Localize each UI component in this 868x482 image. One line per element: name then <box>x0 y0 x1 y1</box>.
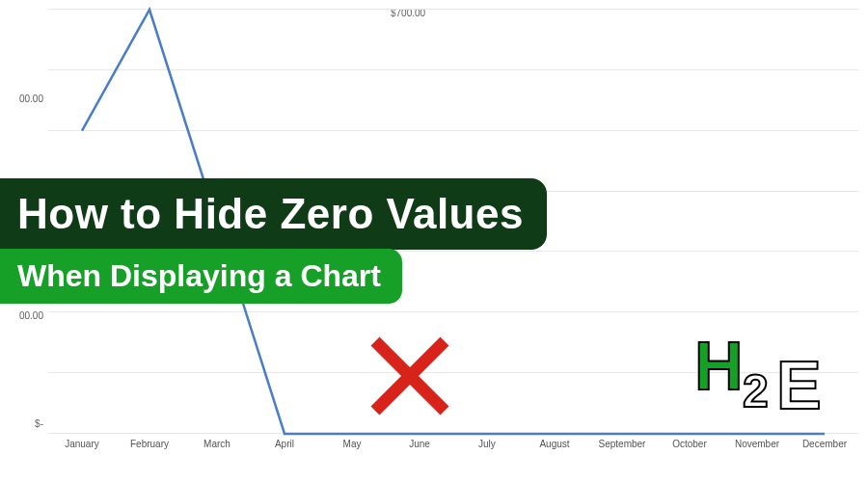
x-tick-feb: February <box>130 439 169 449</box>
x-axis: January February March April May June Ju… <box>48 434 858 463</box>
x-tick-may: May <box>343 439 362 449</box>
y-tick-0: $- <box>35 418 43 429</box>
x-tick-aug: August <box>539 439 569 449</box>
x-tick-sep: September <box>599 439 646 449</box>
x-tick-oct: October <box>672 439 707 449</box>
y-tick-1: 00.00 <box>19 309 43 320</box>
title-banner-primary: How to Hide Zero Values <box>0 178 547 250</box>
x-tick-dec: December <box>802 439 847 449</box>
x-tick-apr: April <box>275 439 294 449</box>
x-tick-jan: January <box>65 439 99 449</box>
logo-letter-h: H <box>694 328 744 405</box>
title-banner-secondary: When Displaying a Chart <box>0 249 402 304</box>
x-mark-icon <box>366 333 453 419</box>
x-tick-jul: July <box>478 439 496 449</box>
x-tick-jun: June <box>409 439 430 449</box>
logo: H 2 E <box>694 328 839 434</box>
x-tick-nov: November <box>735 439 779 449</box>
x-tick-mar: March <box>203 439 231 449</box>
y-tick-3: 00.00 <box>19 93 43 103</box>
logo-number-2: 2 <box>743 364 769 417</box>
logo-letter-e: E <box>776 347 822 424</box>
